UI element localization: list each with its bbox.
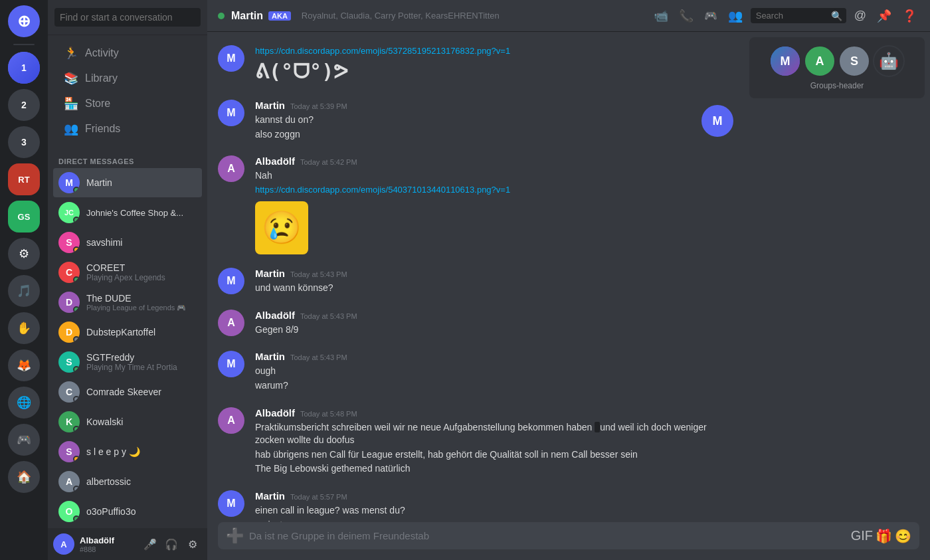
user-bar-icons: 🎤 🎧 ⚙ <box>141 535 202 553</box>
groups-header-label: Groups-header <box>810 81 864 90</box>
message-time-2: Today at 5:39 PM <box>290 102 347 110</box>
dm-item-dubstep[interactable]: D DubstepKartoffel <box>53 318 202 347</box>
dm-item-sgtfreddy-sub: Playing My Time At Portia <box>86 363 197 372</box>
dm-item-martin[interactable]: M Martin <box>53 168 202 197</box>
mute-button[interactable]: 🎤 <box>141 535 159 553</box>
nav-store[interactable]: 🏪 Store <box>53 91 202 116</box>
nitro-icon[interactable]: 🎮 <box>701 7 720 25</box>
message-text-2b: also zoggn <box>255 128 691 141</box>
message-link-3[interactable]: https://cdn.discordapp.com/emojis/540371… <box>255 184 733 196</box>
server-icon-1[interactable]: 1 <box>8 52 40 84</box>
dm-item-o3o[interactable]: O o3oPuffio3o <box>53 497 202 526</box>
dm-avatar-albertossic: A <box>58 471 80 492</box>
message-avatar-5: A <box>218 310 244 336</box>
add-friend-icon[interactable]: 👥 <box>725 6 745 26</box>
dm-item-tox[interactable]: T Tox <box>53 527 202 528</box>
server-icon-4[interactable]: ⚙ <box>8 238 40 270</box>
dm-section-label: DIRECT MESSAGES <box>48 147 207 168</box>
message-content-3: Albadölf Today at 5:42 PM Nah https://cd… <box>255 155 733 254</box>
message-text-8b: meinst <box>255 519 733 523</box>
aka-badge: AKA <box>268 11 291 21</box>
server-icon-gs[interactable]: GS <box>8 201 40 233</box>
server-icon-rtgame[interactable]: RT <box>8 163 40 195</box>
message-content-4: Martin Today at 5:43 PM und wann könnse? <box>255 268 733 296</box>
server-icon-5[interactable]: 🎵 <box>8 275 40 307</box>
message-link-1[interactable]: https://cdn.discordapp.com/emojis/537285… <box>255 45 733 57</box>
nitro-gift-icon[interactable]: 🎁 <box>876 528 892 544</box>
dm-item-sleepy[interactable]: S s l e e p y 🌙 <box>53 437 202 466</box>
server-icon-7[interactable]: 🦊 <box>8 349 40 381</box>
group-avatar-4: 🤖 <box>873 45 905 77</box>
dm-item-thedude-sub: Playing League of Legends 🎮 <box>86 304 197 312</box>
dm-item-albertossic[interactable]: A albertossic <box>53 467 202 496</box>
dm-item-savshimi[interactable]: S savshimi <box>53 228 202 257</box>
message-avatar-textart: M <box>218 45 244 72</box>
server-icon-8[interactable]: 🌐 <box>8 387 40 419</box>
add-file-icon[interactable]: ➕ <box>226 527 244 545</box>
text-art-display: ᕕ(°ᗜ°)ᕗ <box>255 60 733 84</box>
message-group-5: A Albadölf Today at 5:43 PM Gegen 8/9 <box>218 307 733 338</box>
status-dot-coreet <box>73 276 80 283</box>
nav-friends[interactable]: 👥 Friends <box>53 116 202 141</box>
server-icon-8-emoji: 🌐 <box>17 395 31 410</box>
status-dot-albertossic <box>73 486 80 492</box>
message-time-4: Today at 5:43 PM <box>290 270 347 278</box>
server-bar: ⊕ 1 2 3 RT GS ⚙ 🎵 ✋ 🦊 🌐 🎮 🏠 <box>0 0 48 560</box>
status-dot-savshimi <box>73 246 80 253</box>
dm-item-thedude[interactable]: D The DUDE Playing League of Legends 🎮 <box>53 288 202 317</box>
gif-button[interactable]: GIF <box>851 528 873 543</box>
message-avatar-3: A <box>218 155 244 182</box>
message-text-6a: ough <box>255 365 733 378</box>
header-icons: 📹 📞 🎮 👥 🔍 @ 📌 ❓ <box>651 6 919 26</box>
help-icon[interactable]: ❓ <box>899 6 919 26</box>
dm-item-coreet-info: COREET Playing Apex Legends <box>86 262 197 282</box>
dm-item-kowalski[interactable]: K Kowalski <box>53 407 202 436</box>
messages-area: M https://cdn.discordapp.com/emojis/5372… <box>207 32 744 522</box>
dm-item-coreet[interactable]: C COREET Playing Apex Legends <box>53 258 202 287</box>
message-avatar-4: M <box>218 268 244 294</box>
deafen-button[interactable]: 🎧 <box>162 535 181 553</box>
video-call-button[interactable]: 📹 <box>651 6 671 26</box>
dm-item-johnnies-name: Johnie's Coffee Shop &... <box>86 208 197 218</box>
chat-input-field[interactable] <box>249 522 846 549</box>
server-icon-6-emoji: ✋ <box>17 321 31 335</box>
activity-icon: 🏃 <box>64 46 78 60</box>
user-bar-info: Albadölf #888 <box>80 535 136 553</box>
message-author-7: Albadölf <box>255 407 295 419</box>
user-bar: A Albadölf #888 🎤 🎧 ⚙ <box>48 528 207 560</box>
message-author-8: Martin <box>255 490 285 502</box>
at-icon[interactable]: @ <box>852 6 869 25</box>
nav-library[interactable]: 📚 Library <box>53 66 202 91</box>
server-icon-10[interactable]: 🏠 <box>8 461 40 493</box>
voice-call-button[interactable]: 📞 <box>676 6 696 26</box>
pin-icon[interactable]: 📌 <box>874 6 894 26</box>
dm-sidebar: 🏃 Activity 📚 Library 🏪 Store 👥 Friends D… <box>48 0 207 560</box>
dm-item-thedude-info: The DUDE Playing League of Legends 🎮 <box>86 293 197 312</box>
message-header-7: Albadölf Today at 5:48 PM <box>255 407 733 419</box>
dm-avatar-martin: M <box>58 172 80 193</box>
emoji-button[interactable]: 😊 <box>895 528 911 544</box>
dm-item-comrade[interactable]: C Comrade Skeever <box>53 377 202 407</box>
header-search-container: 🔍 <box>751 8 846 23</box>
discord-home-icon[interactable]: ⊕ <box>8 5 40 37</box>
dm-avatar-dubstep: D <box>58 322 80 343</box>
dm-item-sgtfreddy[interactable]: S SGTFreddy Playing My Time At Portia <box>53 347 202 377</box>
dm-search-bar[interactable] <box>48 0 207 35</box>
status-dot-dubstep <box>73 336 80 343</box>
server-icon-3[interactable]: 3 <box>8 126 40 158</box>
dm-item-sleepy-info: s l e e p y 🌙 <box>86 446 197 457</box>
dm-avatar-coreet: C <box>58 262 80 283</box>
dm-item-johnnies[interactable]: JC Johnie's Coffee Shop &... <box>53 198 202 227</box>
dm-item-sgtfreddy-info: SGTFreddy Playing My Time At Portia <box>86 352 197 372</box>
server-icon-9[interactable]: 🎮 <box>8 424 40 456</box>
settings-button[interactable]: ⚙ <box>183 535 202 553</box>
status-dot-comrade <box>73 396 80 403</box>
server-icon-5-emoji: 🎵 <box>17 284 31 298</box>
chat-header-name: Martin <box>231 10 263 22</box>
nav-activity[interactable]: 🏃 Activity <box>53 41 202 66</box>
group-avatar-3: S <box>838 45 870 77</box>
server-icon-6[interactable]: ✋ <box>8 312 40 344</box>
message-group-textart: M https://cdn.discordapp.com/emojis/5372… <box>218 43 733 86</box>
server-icon-2[interactable]: 2 <box>8 89 40 121</box>
search-input[interactable] <box>54 8 201 27</box>
